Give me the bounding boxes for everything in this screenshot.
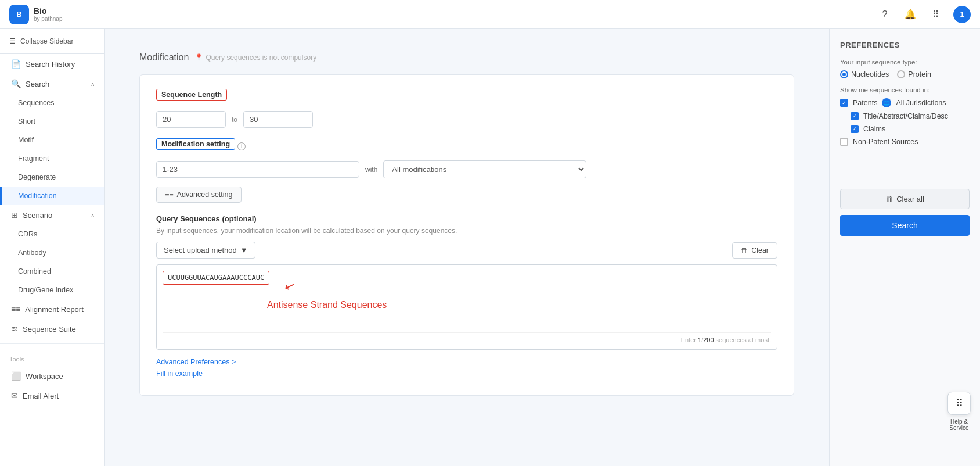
sequence-type-radio-group: Nucleotides Protein: [840, 70, 970, 78]
app-logo: B Bio by pathnap: [9, 5, 63, 24]
sidebar-item-sequences[interactable]: Sequences: [0, 94, 104, 112]
main-content: Modification 📍 Query sequences is not co…: [105, 29, 829, 466]
globe-icon: 🌐: [882, 98, 891, 107]
sidebar-item-workspace[interactable]: ⬜ Workspace: [0, 366, 104, 386]
non-patent-checkbox-row: Non-Patent Sources: [840, 138, 970, 146]
sidebar-item-combined[interactable]: Combined: [0, 262, 104, 281]
section-hint-text: Query sequences is not compulsory: [206, 53, 316, 62]
topbar-icons: ? 🔔 ⠿ 1: [877, 6, 971, 23]
alignment-report-icon: ≡≡: [11, 304, 20, 314]
all-jurisdictions-label: All Jurisdictions: [896, 99, 946, 107]
preferences-title: PREFERENCES: [840, 41, 970, 49]
collapse-sidebar-button[interactable]: ☰ Collapse Sidebar: [0, 29, 104, 54]
floating-help: ⠿ Help &Service: [947, 392, 971, 431]
sidebar-item-sequence-suite[interactable]: ≋ Sequence Suite: [0, 319, 104, 339]
modification-setting-info-icon[interactable]: i: [237, 142, 246, 150]
grid-icon[interactable]: ⠿: [928, 6, 944, 23]
nucleotides-radio-circle: [840, 70, 848, 78]
modification-setting-label: Modification setting: [156, 138, 235, 150]
sidebar-item-alignment-report-label: Alignment Report: [25, 305, 83, 314]
sidebar-item-short-label: Short: [18, 117, 35, 126]
location-icon: 📍: [194, 53, 203, 62]
select-upload-method-button[interactable]: Select upload method ▼: [156, 242, 255, 259]
title-abstract-checkbox[interactable]: ✓: [851, 112, 859, 120]
sidebar-item-motif[interactable]: Motif: [0, 131, 104, 149]
query-sequences-title: Query Sequences (optional): [156, 214, 777, 223]
sequence-input-box: UCUUGGUUACAUGAAAUCCCAUC: [163, 271, 269, 285]
claims-checkbox[interactable]: ✓: [851, 125, 859, 133]
sidebar-item-fragment[interactable]: Fragment: [0, 149, 104, 168]
sidebar-item-antibody[interactable]: Antibody: [0, 243, 104, 262]
search-button[interactable]: Search: [840, 215, 970, 236]
sidebar-item-search-history-label: Search History: [26, 60, 75, 69]
input-type-label: Your input sequence type:: [840, 59, 970, 66]
bell-icon[interactable]: 🔔: [902, 6, 918, 23]
nucleotides-radio[interactable]: Nucleotides: [840, 70, 889, 78]
logo-icon: B: [9, 5, 29, 24]
sidebar-item-short[interactable]: Short: [0, 112, 104, 131]
sidebar-item-antibody-label: Antibody: [18, 249, 46, 257]
sidebar-item-scenario[interactable]: ⊞ Scenario ∧: [0, 205, 104, 225]
sidebar-item-search[interactable]: 🔍 Search ∧: [0, 74, 104, 94]
seq-counter-max: 200: [703, 336, 714, 343]
sequence-length-from-input[interactable]: [156, 111, 226, 128]
sidebar-item-email-alert[interactable]: ✉ Email Alert: [0, 386, 104, 406]
clear-all-button[interactable]: 🗑 Clear all: [840, 189, 970, 209]
claims-check-icon: ✓: [852, 126, 857, 132]
sidebar-item-degenerate-label: Degenerate: [18, 173, 56, 181]
sequence-suite-icon: ≋: [11, 324, 18, 334]
floating-help-icon[interactable]: ⠿: [947, 392, 971, 415]
sequence-length-to-label: to: [232, 116, 237, 124]
clear-label: Clear: [751, 246, 769, 254]
sidebar-item-modification-label: Modification: [18, 192, 57, 200]
upload-dropdown-icon: ▼: [240, 246, 248, 254]
advanced-setting-button[interactable]: ≡≡ Advanced setting: [156, 187, 242, 203]
app-name: Bio: [34, 6, 63, 16]
search-icon: 🔍: [11, 79, 21, 88]
sidebar-item-cdrs-label: CDRs: [18, 230, 37, 238]
help-service-label: Help &Service: [949, 418, 968, 431]
scenario-arrow-icon: ∧: [91, 212, 95, 218]
clear-all-label: Clear all: [896, 195, 924, 203]
patents-check-icon: ✓: [842, 100, 846, 106]
protein-radio-circle: [897, 70, 905, 78]
sidebar-item-modification[interactable]: Modification: [0, 187, 104, 205]
sidebar-item-alignment-report[interactable]: ≡≡ Alignment Report: [0, 299, 104, 319]
advanced-preferences-link[interactable]: Advanced Preferences >: [156, 358, 777, 366]
seq-counter-current: 1: [698, 336, 701, 343]
clear-all-icon: 🗑: [885, 195, 893, 203]
help-service-badge: ⠿: [956, 397, 963, 410]
fill-in-example-link[interactable]: Fill in example: [156, 370, 777, 378]
non-patent-checkbox[interactable]: [840, 138, 848, 146]
claims-checkbox-row: ✓ Claims: [840, 125, 970, 133]
nucleotides-label: Nucleotides: [851, 70, 889, 78]
layout: ☰ Collapse Sidebar 📄 Search History 🔍 Se…: [0, 29, 980, 466]
scenario-icon: ⊞: [11, 210, 18, 220]
sequence-length-to-input[interactable]: [243, 111, 313, 128]
section-hint: 📍 Query sequences is not compulsory: [194, 53, 316, 62]
modification-type-select[interactable]: All modifications: [383, 160, 586, 178]
links-row: Advanced Preferences > Fill in example: [156, 358, 777, 378]
sidebar-item-scenario-label: Scenario: [23, 211, 52, 220]
sidebar-item-search-history[interactable]: 📄 Search History: [0, 54, 104, 74]
protein-radio[interactable]: Protein: [897, 70, 931, 78]
help-icon[interactable]: ?: [877, 6, 893, 23]
show-sequences-label: Show me sequences found in:: [840, 87, 970, 94]
query-sequences-hint: By input sequences, your modification lo…: [156, 227, 777, 235]
app-subtext: by pathnap: [34, 16, 63, 22]
avatar[interactable]: 1: [953, 6, 971, 23]
sidebar-item-cdrs[interactable]: CDRs: [0, 225, 104, 243]
search-history-icon: 📄: [11, 59, 21, 69]
non-patent-label: Non-Patent Sources: [853, 138, 918, 146]
query-sequences-section: Query Sequences (optional) By input sequ…: [156, 214, 777, 378]
sequence-length-label: Sequence Length: [156, 89, 227, 101]
sidebar-item-degenerate[interactable]: Degenerate: [0, 168, 104, 187]
sidebar-item-drug-gene-index[interactable]: Drug/Gene Index: [0, 281, 104, 299]
workspace-icon: ⬜: [11, 371, 21, 381]
modification-input[interactable]: [156, 161, 359, 178]
search-button-label: Search: [892, 221, 917, 230]
title-abstract-checkbox-row: ✓ Title/Abstract/Claims/Desc: [840, 112, 970, 120]
modification-setting-group: Modification setting i with All modifica…: [156, 138, 777, 203]
clear-button[interactable]: 🗑 Clear: [732, 242, 777, 259]
patents-checkbox[interactable]: ✓: [840, 99, 848, 107]
